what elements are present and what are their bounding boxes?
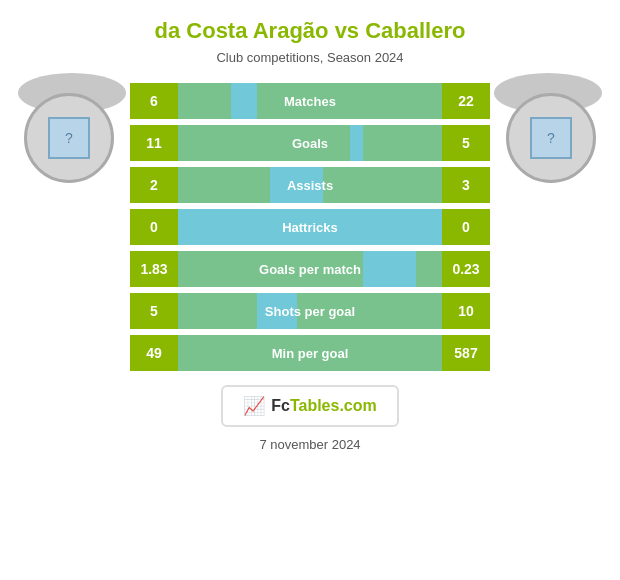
stat-right-val-4: 0.23 (442, 251, 490, 287)
stat-left-fill-6 (178, 335, 204, 371)
stat-label-4: Goals per match (259, 262, 361, 277)
stat-right-fill-4 (416, 251, 442, 287)
stat-row-4: 1.83 Goals per match 0.23 (130, 251, 490, 287)
stat-row-0: 6 Matches 22 (130, 83, 490, 119)
left-avatar-icon: ? (48, 117, 90, 159)
stat-label-0: Matches (284, 94, 336, 109)
stat-right-val-6: 587 (442, 335, 490, 371)
page-title: da Costa Aragão vs Caballero (155, 18, 466, 44)
stat-bar-area-3: Hattricks (178, 209, 442, 245)
stat-label-6: Min per goal (272, 346, 349, 361)
stat-left-val-0: 6 (130, 83, 178, 119)
stat-right-val-3: 0 (442, 209, 490, 245)
stat-right-fill-1 (363, 125, 442, 161)
stat-row-6: 49 Min per goal 587 (130, 335, 490, 371)
stat-label-2: Assists (287, 178, 333, 193)
logo-icon: 📈 (243, 395, 265, 417)
left-player-avatar: ? (24, 93, 114, 183)
stat-right-val-1: 5 (442, 125, 490, 161)
stat-bar-area-6: Min per goal (178, 335, 442, 371)
stat-left-val-2: 2 (130, 167, 178, 203)
stat-right-val-5: 10 (442, 293, 490, 329)
right-player-avatar: ? (506, 93, 596, 183)
stat-bar-area-4: Goals per match (178, 251, 442, 287)
page-container: da Costa Aragão vs Caballero Club compet… (0, 0, 620, 580)
stat-row-2: 2 Assists 3 (130, 167, 490, 203)
stat-right-val-0: 22 (442, 83, 490, 119)
stat-left-val-3: 0 (130, 209, 178, 245)
right-avatar-icon: ? (530, 117, 572, 159)
stat-left-val-5: 5 (130, 293, 178, 329)
logo-area: 📈 FcTables.com (221, 385, 399, 427)
stat-bar-area-2: Assists (178, 167, 442, 203)
stat-row-1: 11 Goals 5 (130, 125, 490, 161)
logo-text: FcTables.com (271, 397, 377, 415)
stat-bar-area-1: Goals (178, 125, 442, 161)
stat-left-val-6: 49 (130, 335, 178, 371)
date-text: 7 november 2024 (259, 437, 360, 452)
stat-row-5: 5 Shots per goal 10 (130, 293, 490, 329)
stat-label-5: Shots per goal (265, 304, 355, 319)
stat-left-fill-5 (178, 293, 257, 329)
stat-left-val-1: 11 (130, 125, 178, 161)
stat-bar-area-0: Matches (178, 83, 442, 119)
stat-right-fill-2 (323, 167, 442, 203)
stat-right-val-2: 3 (442, 167, 490, 203)
stat-left-fill-2 (178, 167, 270, 203)
stat-left-fill-0 (178, 83, 231, 119)
stat-bar-area-5: Shots per goal (178, 293, 442, 329)
stat-label-1: Goals (292, 136, 328, 151)
stat-left-val-4: 1.83 (130, 251, 178, 287)
page-subtitle: Club competitions, Season 2024 (216, 50, 403, 65)
stat-row-3: 0 Hattricks 0 (130, 209, 490, 245)
stats-container: 6 Matches 22 11 Goals 5 2 Assists 3 (130, 83, 490, 371)
stat-label-3: Hattricks (282, 220, 338, 235)
